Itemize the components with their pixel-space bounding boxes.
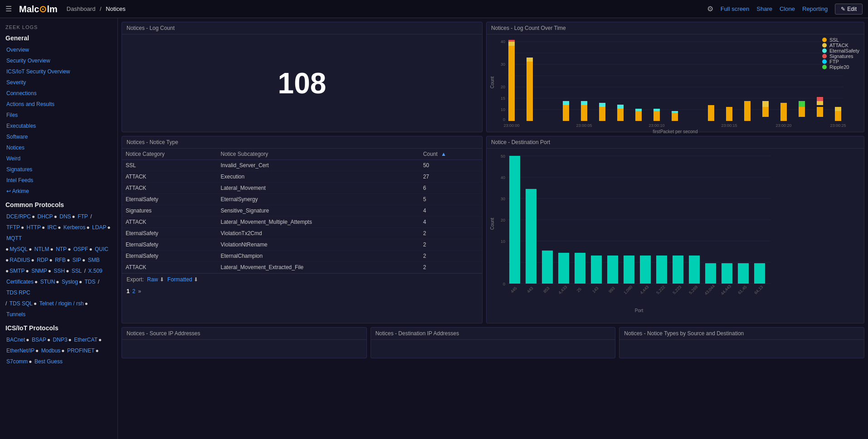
svg-text:445: 445 [510, 286, 518, 294]
col-count[interactable]: Count ▲ [419, 149, 482, 160]
sidebar-link-smb[interactable]: SMB [87, 257, 101, 263]
count-cell: 2 [419, 251, 482, 262]
sidebar-link-dns[interactable]: DNS [59, 213, 72, 220]
sidebar-link-modbus[interactable]: Modbus [40, 347, 62, 354]
reporting-link[interactable]: Reporting [802, 5, 828, 12]
sidebar-link-overview[interactable]: Overview [5, 47, 30, 53]
fullscreen-link[interactable]: Full screen [721, 5, 750, 12]
subcategory-cell: ViolationNtRename [217, 239, 419, 251]
sidebar-link-radius[interactable]: RADIUS [9, 257, 31, 263]
sidebar-link-best-guess[interactable]: Best Guess [34, 358, 63, 365]
sidebar-link-telnet[interactable]: Telnet / rlogin / rsh [39, 300, 85, 307]
clone-link[interactable]: Clone [780, 5, 795, 12]
sidebar-link-tunnels[interactable]: Tunnels [5, 311, 26, 318]
legend-signatures: Signatures [822, 53, 859, 59]
subcategory-cell: EternalSynergy [217, 194, 419, 205]
edit-icon: ✎ [841, 6, 845, 12]
sidebar-link-intel-feeds[interactable]: Intel Feeds [5, 177, 34, 183]
sidebar-link-stun[interactable]: STUN [39, 279, 56, 285]
sidebar-link-ntp[interactable]: NTP [55, 246, 68, 252]
col-subcategory[interactable]: Notice Subcategory [217, 149, 419, 160]
sidebar-link-tds-rpc[interactable]: TDS RPC [5, 289, 31, 296]
sidebar-link-kerberos[interactable]: Kerberos [63, 224, 87, 231]
sidebar-general-links: Overview Security Overview ICS/IoT Secur… [0, 43, 117, 198]
col-category[interactable]: Notice Category [122, 149, 217, 160]
page-1-link[interactable]: 1 [127, 288, 130, 294]
sidebar-link-bsap[interactable]: BSAP [31, 337, 47, 343]
category-cell: EternalSafety [122, 239, 217, 251]
sidebar-link-quic[interactable]: QUIC [94, 246, 109, 252]
table-row: EternalSafetyEternalChampion2 [122, 251, 482, 262]
source-ip-panel: Notices - Source IP Addresses [122, 327, 367, 358]
chart-legend: SSL ATTACK EternalSafety Signatures [822, 37, 859, 70]
subcategory-cell: Sensitive_Signature [217, 205, 419, 217]
legend-ssl-dot [822, 38, 827, 42]
svg-rect-38 [780, 103, 787, 121]
category-cell: SSL [122, 160, 217, 171]
sidebar-link-x509[interactable]: X.509 [87, 268, 103, 274]
sidebar-link-signatures[interactable]: Signatures [5, 166, 33, 173]
sidebar-link-dnp3[interactable]: DNP3 [52, 337, 68, 343]
category-cell: EternalSafety [122, 228, 217, 239]
sidebar-link-severity[interactable]: Severity [5, 79, 27, 86]
sidebar-link-syslog[interactable]: Syslog [61, 279, 79, 285]
menu-icon[interactable]: ☰ [5, 5, 12, 13]
sidebar-link-arkime[interactable]: ↩ Arkime [5, 188, 30, 194]
sidebar-link-mqtt[interactable]: MQTT [5, 235, 23, 241]
export-raw-link[interactable]: Raw [147, 276, 158, 283]
svg-rect-43 [817, 97, 823, 101]
sidebar-link-tds-sql[interactable]: TDS SQL [9, 300, 34, 307]
log-count-over-time-chart: 40 30 20 15 10 0 Count [487, 34, 864, 132]
svg-text:10: 10 [501, 107, 505, 112]
sidebar-link-ntlm[interactable]: NTLM [34, 246, 50, 252]
sidebar-link-ospf[interactable]: OSPF [73, 246, 89, 252]
sidebar-link-tds[interactable]: TDS [84, 279, 97, 285]
sidebar-link-icsiot-security[interactable]: ICS/IoT Security Overview [5, 68, 71, 75]
sidebar-link-sip[interactable]: SIP [72, 257, 82, 263]
sidebar-link-ldap[interactable]: LDAP [91, 224, 107, 231]
table-row: EternalSafetyEternalSynergy5 [122, 194, 482, 205]
svg-text:10: 10 [501, 239, 505, 244]
sidebar-link-connections[interactable]: Connections [5, 90, 38, 96]
export-formatted-link[interactable]: Formatted [167, 276, 192, 283]
category-cell: Signatures [122, 205, 217, 217]
sidebar-link-files[interactable]: Files [5, 112, 19, 118]
sidebar-link-tftp[interactable]: TFTP [5, 224, 21, 231]
dashboard-link[interactable]: Dashboard [67, 5, 96, 12]
sidebar-link-software[interactable]: Software [5, 134, 29, 140]
sidebar-link-executables[interactable]: Executables [5, 123, 37, 129]
sidebar-link-rdp[interactable]: RDP [36, 257, 49, 263]
sidebar-link-dcerpc[interactable]: DCE/RPC [5, 213, 32, 220]
category-cell: ATTACK [122, 217, 217, 228]
sidebar-link-weird[interactable]: Weird [5, 155, 21, 162]
share-link[interactable]: Share [756, 5, 772, 12]
dest-ip-header: Notices - Destination IP Addresses [371, 328, 615, 340]
sidebar-link-profinet[interactable]: PROFINET [66, 347, 96, 354]
edit-button[interactable]: ✎ Edit [835, 4, 863, 14]
svg-rect-32 [672, 111, 678, 113]
sidebar-link-snmp[interactable]: SNMP [30, 268, 48, 274]
sidebar-link-bacnet[interactable]: BACnet [5, 337, 26, 343]
sidebar-link-irc[interactable]: IRC [47, 224, 58, 231]
sidebar-link-http[interactable]: HTTP [26, 224, 42, 231]
sidebar-link-dhcp[interactable]: DHCP [37, 213, 54, 220]
page-2-link[interactable]: 2 [132, 288, 136, 294]
sidebar-link-ssl[interactable]: SSL [71, 268, 83, 274]
sidebar-link-smtp[interactable]: SMTP [9, 268, 25, 274]
sidebar-link-rfb[interactable]: RFB [54, 257, 67, 263]
sidebar-link-security-overview[interactable]: Security Overview [5, 58, 51, 64]
sidebar-link-mysql[interactable]: MySQL [9, 246, 29, 252]
sidebar-link-actions-results[interactable]: Actions and Results [5, 101, 55, 107]
dest-port-panel: Notice - Destination Port 50 40 30 20 [486, 136, 864, 323]
sidebar-link-ftp[interactable]: FTP [77, 213, 89, 220]
sidebar-link-certificates[interactable]: Certificates [5, 279, 34, 285]
subcategory-cell: Execution [217, 171, 419, 183]
settings-icon[interactable]: ⚙ [707, 5, 713, 13]
sidebar-link-s7comm[interactable]: S7comm [5, 358, 29, 365]
sidebar-link-ssh[interactable]: SSH [53, 268, 66, 274]
breadcrumb-sep: / [100, 5, 102, 12]
sidebar-link-ethercat[interactable]: EtherCAT [73, 337, 98, 343]
sidebar-link-notices[interactable]: Notices [5, 145, 25, 151]
notice-type-header: Notices - Notice Type [122, 136, 482, 149]
sidebar-link-ethernetip[interactable]: EtherNet/IP [5, 347, 35, 354]
